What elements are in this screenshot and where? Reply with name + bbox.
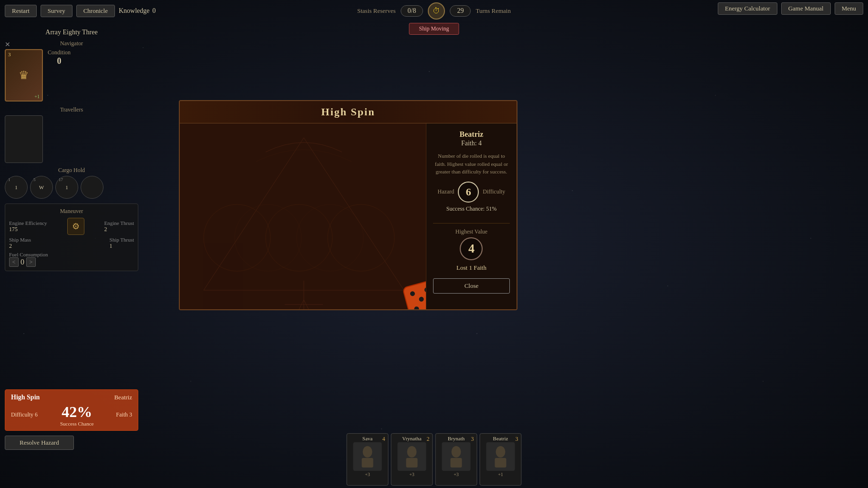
cargo-item-0[interactable]: 1 1 — [5, 176, 28, 199]
mass-row: Ship Mass 2 Ship Thrust 1 — [9, 237, 134, 250]
svg-point-11 — [328, 204, 394, 271]
fuel-decrease-button[interactable]: < — [9, 257, 19, 267]
svg-rect-1 — [362, 458, 373, 468]
engine-row: Engine Efficiency 175 ⚙ Engine Thrust 2 — [9, 218, 134, 235]
hazard-right: Faith 3 — [116, 411, 132, 418]
modal-hazard-label: Hazard — [438, 188, 455, 195]
ship-name: Array Eighty Three — [5, 29, 138, 36]
char-portrait-beatriz — [486, 442, 515, 471]
ship-thrust-value: 1 — [110, 243, 134, 250]
svg-point-10 — [266, 204, 332, 271]
fuel-increase-button[interactable]: > — [26, 257, 36, 267]
maneuver-title: Maneuver — [9, 208, 134, 215]
chronicle-button[interactable]: Chronicle — [76, 5, 115, 17]
modal-body: Beatriz Faith: 4 Number of die rolled is… — [180, 123, 517, 309]
resolve-hazard-button[interactable]: Resolve Hazard — [5, 436, 74, 450]
highest-value-label: Highest Value — [433, 228, 510, 235]
survey-button[interactable]: Survey — [41, 5, 72, 17]
char-stats-sava: +3 — [365, 472, 370, 477]
cargo-label-2: 1 — [65, 184, 68, 190]
difficulty-label: Difficulty — [11, 411, 33, 418]
char-stats-brynath: +3 — [454, 472, 459, 477]
char-num-brynath: 3 — [471, 436, 474, 443]
ship-moving-badge: Ship Moving — [409, 23, 459, 35]
fuel-value: 0 — [21, 258, 24, 266]
dice-area-pattern — [180, 123, 426, 309]
engine-efficiency-label: Engine Efficiency — [9, 220, 47, 226]
svg-point-0 — [363, 446, 372, 458]
card-bonus: +1 — [34, 94, 40, 99]
char-card-beatriz[interactable]: Beatriz 3 +1 — [480, 433, 522, 486]
faith-value: 3 — [129, 411, 132, 418]
hazard-top-row: High Spin Beatriz — [11, 394, 132, 401]
engine-efficiency-value: 175 — [9, 226, 47, 233]
highest-value-section: Highest Value 4 — [433, 228, 510, 260]
fuel-row: < 0 > — [9, 257, 134, 267]
cargo-item-1[interactable]: 5 W — [30, 176, 53, 199]
knowledge-value: 0 — [152, 7, 155, 15]
char-stat-brynath: +3 — [454, 472, 459, 477]
difficulty-value: 6 — [35, 411, 38, 418]
modal-faith-display: Faith: 4 — [433, 140, 510, 147]
navigator-label: Navigator — [5, 40, 138, 47]
cargo-item-3[interactable] — [81, 176, 103, 199]
hazard-difficulty: Difficulty 6 — [11, 411, 38, 418]
svg-point-13 — [297, 204, 363, 271]
dice-area — [180, 123, 426, 309]
close-panel-button[interactable]: ✕ — [5, 41, 10, 49]
fuel-label: Fuel Consumption — [9, 252, 134, 257]
maneuver-section: Maneuver Engine Efficiency 175 ⚙ Engine … — [5, 203, 138, 271]
condition-value: 0 — [57, 56, 62, 66]
char-card-brynath[interactable]: Brynath 3 +3 — [435, 433, 477, 486]
success-chance-pct: 42% — [60, 403, 94, 421]
char-stat-sava: +3 — [365, 472, 370, 477]
svg-point-4 — [452, 446, 461, 458]
engine-icon: ⚙ — [67, 218, 84, 235]
char-num-sava: 4 — [382, 436, 385, 443]
hazard-left: Difficulty 6 — [11, 411, 38, 418]
condition-info: Condition 0 — [48, 49, 71, 66]
hazard-details-row: Difficulty 6 42% Success Chance Faith 3 — [11, 403, 132, 427]
char-stat-vrynatha: +3 — [409, 472, 414, 477]
cargo-item-2[interactable]: 17 1 — [55, 176, 78, 199]
left-panel: Array Eighty Three Navigator 3 ♛ +1 Cond… — [5, 24, 138, 271]
cargo-label-0: 1 — [15, 184, 18, 190]
travellers-section — [5, 115, 138, 163]
ship-mass-value: 2 — [9, 243, 31, 250]
modal-difficulty-circle: 6 — [458, 182, 479, 203]
knowledge-label: Knowledge — [119, 7, 150, 15]
navigator-section: 3 ♛ +1 Condition 0 — [5, 49, 138, 102]
highest-value-circle: 4 — [460, 237, 483, 260]
lost-faith-text: Lost 1 Faith — [433, 264, 510, 272]
svg-rect-7 — [495, 458, 506, 468]
svg-point-9 — [204, 204, 270, 271]
modal-close-button[interactable]: Close — [433, 278, 510, 294]
svg-rect-3 — [406, 458, 418, 468]
hazard-center: 42% Success Chance — [60, 403, 94, 427]
modal-faith-value: 4 — [478, 140, 482, 147]
characters-bar: Sava 4 +3 Vrynatha 2 +3 Brynath 3 — [347, 433, 522, 488]
top-bar: Restart Survey Chronicle Knowledge 0 — [0, 0, 868, 21]
condition-label: Condition — [48, 49, 71, 56]
char-stats-vrynatha: +3 — [409, 472, 414, 477]
character-name-modal: Beatriz — [433, 130, 510, 139]
navigator-card[interactable]: 3 ♛ +1 — [5, 49, 43, 102]
modal-faith-label: Faith: — [461, 140, 477, 147]
char-stat-beatriz: +1 — [498, 472, 503, 477]
cargo-label-1: W — [39, 184, 44, 190]
hazard-faith: Faith 3 — [116, 411, 132, 418]
success-chance-label: Success Chance — [60, 421, 94, 427]
card-number: 3 — [8, 51, 11, 57]
char-card-vrynatha[interactable]: Vrynatha 2 +3 — [391, 433, 433, 486]
char-portrait-brynath — [442, 442, 471, 471]
modal-title: High Spin — [321, 106, 375, 118]
char-name-vrynatha: Vrynatha — [402, 436, 421, 441]
restart-button[interactable]: Restart — [5, 5, 37, 17]
hazard-panel: High Spin Beatriz Difficulty 6 42% Succe… — [5, 389, 138, 431]
modal-success-chance: Success Chance: 51% — [433, 205, 510, 213]
knowledge-display: Knowledge 0 — [119, 7, 156, 15]
char-stats-beatriz: +1 — [498, 472, 503, 477]
traveller-card — [5, 115, 43, 163]
cargo-label: Cargo Hold — [5, 167, 138, 174]
char-card-sava[interactable]: Sava 4 +3 — [347, 433, 389, 486]
